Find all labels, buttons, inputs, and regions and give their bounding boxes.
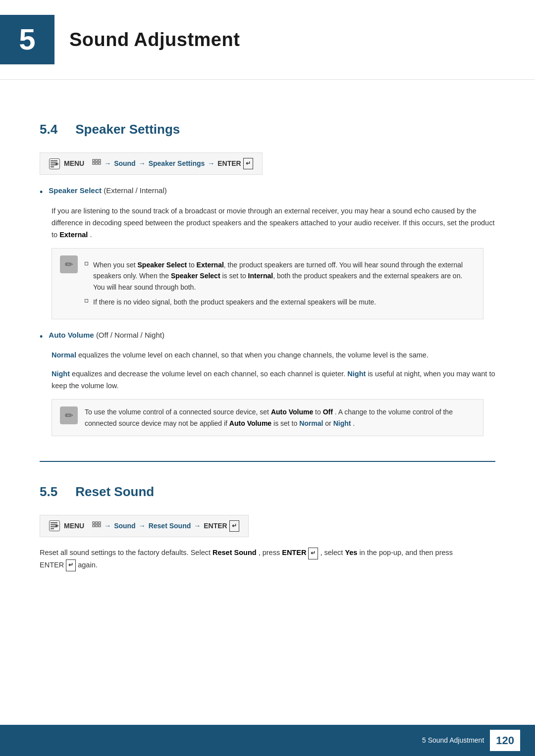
section-5-title: Reset Sound: [75, 484, 154, 499]
main-content: 5.4 Speaker Settings MENU: [0, 80, 535, 618]
chapter-number: 5: [0, 15, 54, 64]
nav-sound-5-5: Sound: [114, 520, 136, 531]
pencil-icon: ✏: [65, 256, 73, 272]
enter-icon-body-1: ↵: [308, 548, 318, 559]
svg-rect-11: [99, 162, 101, 164]
speaker-select-label: Speaker Select: [49, 186, 102, 195]
nav-arrow-3-5-4: →: [208, 158, 214, 169]
auto-volume-night-text: Night equalizes and decrease the volume …: [52, 368, 495, 392]
svg-rect-23: [99, 525, 101, 527]
svg-rect-21: [93, 525, 95, 527]
speaker-select-note-box: ✏ When you set Speaker Select to Externa…: [52, 248, 483, 319]
svg-rect-12: [51, 522, 57, 523]
section-4-number: 5.4: [40, 122, 57, 137]
svg-rect-8: [99, 159, 101, 161]
menu-grid-icon-5-5: [92, 520, 101, 531]
svg-rect-9: [93, 162, 95, 164]
sub-bullet-2: If there is no video signal, both the pr…: [85, 297, 475, 307]
speaker-select-note-content: When you set Speaker Select to External,…: [85, 255, 475, 312]
enter-icon-nav-5-4: ↵: [243, 158, 253, 169]
note-icon-speaker: ✏: [60, 255, 78, 273]
sub-bullet-1: When you set Speaker Select to External,…: [85, 259, 475, 293]
auto-volume-label: Auto Volume: [49, 331, 94, 339]
auto-volume-section: • Auto Volume (Off / Normal / Night) Nor…: [40, 329, 495, 436]
speaker-select-bullet: • Speaker Select (External / Internal): [40, 185, 495, 200]
auto-volume-options: (Off / Normal / Night): [96, 331, 164, 339]
sub-bullet-2-text: If there is no video signal, both the pr…: [93, 297, 376, 307]
section-5-number: 5.5: [40, 484, 57, 499]
auto-volume-bullet: • Auto Volume (Off / Normal / Night): [40, 329, 495, 344]
sub-bullet-1-text: When you set Speaker Select to External,…: [93, 259, 475, 293]
menu-label-5-4: MENU: [64, 158, 84, 169]
nav-sound-5-4: Sound: [114, 158, 136, 169]
section-divider: [40, 461, 495, 462]
speaker-select-body: If you are listening to the sound track …: [52, 205, 495, 241]
enter-icon-body-2: ↵: [66, 559, 76, 571]
nav-arrow-3-5-5: →: [194, 520, 201, 531]
menu-nav-5-5: MENU → Sound → Reset Sound → ENTER ↵: [40, 515, 249, 538]
note-icon-auto-volume: ✏: [60, 406, 78, 424]
pencil-icon-2: ✏: [65, 407, 73, 423]
footer: 5 Sound Adjustment 120: [0, 725, 535, 756]
auto-volume-note-content: To use the volume control of a connected…: [85, 406, 475, 429]
nav-enter-5-4: ENTER ↵: [217, 158, 253, 170]
svg-rect-15: [51, 528, 54, 529]
chapter-header: 5 Sound Adjustment: [0, 0, 535, 80]
speaker-select-sub-bullets: When you set Speaker Select to External,…: [85, 259, 475, 308]
menu-icon-5-4: [49, 158, 60, 169]
enter-icon-nav-5-5: ↵: [229, 520, 239, 532]
nav-arrow-1-5-5: →: [104, 520, 111, 531]
chapter-title: Sound Adjustment: [69, 25, 240, 55]
nav-arrow-2-5-4: →: [139, 158, 146, 169]
nav-arrow-1-5-4: →: [104, 158, 111, 169]
svg-rect-3: [51, 166, 54, 167]
bullet-dot-2: •: [40, 330, 43, 344]
svg-rect-6: [93, 159, 95, 161]
nav-reset-sound: Reset Sound: [149, 520, 191, 531]
sub-bullet-square-2: [85, 299, 88, 302]
menu-icon-5-5: [49, 520, 60, 531]
nav-enter-5-5: ENTER ↵: [204, 520, 239, 532]
menu-label-5-5: MENU: [64, 520, 84, 531]
bullet-dot-1: •: [40, 185, 43, 200]
footer-text: 5 Sound Adjustment: [422, 735, 484, 746]
svg-rect-10: [96, 162, 98, 164]
svg-rect-20: [99, 522, 101, 524]
nav-speaker-settings: Speaker Settings: [149, 158, 205, 169]
section-4-title: Speaker Settings: [75, 122, 180, 137]
section-5-heading: 5.5 Reset Sound: [40, 482, 495, 503]
menu-nav-5-4: MENU → Sound → Speaker Settings → ENTER …: [40, 152, 263, 175]
reset-sound-body: Reset all sound settings to the factory …: [40, 547, 495, 571]
nav-arrow-2-5-5: →: [139, 520, 146, 531]
svg-rect-18: [93, 522, 95, 524]
svg-rect-22: [96, 525, 98, 527]
svg-rect-7: [96, 159, 98, 161]
footer-page-number: 120: [490, 730, 520, 751]
menu-grid-icon-5-4: [92, 158, 101, 169]
auto-volume-normal-text: Normal equalizes the volume level on eac…: [52, 350, 495, 361]
auto-volume-note-box: ✏ To use the volume control of a connect…: [52, 399, 483, 436]
sub-bullet-square-1: [85, 262, 88, 265]
svg-rect-19: [96, 522, 98, 524]
speaker-select-options: (External / Internal): [104, 186, 167, 195]
auto-volume-label-line: Auto Volume (Off / Normal / Night): [49, 329, 164, 341]
section-4-heading: 5.4 Speaker Settings: [40, 119, 495, 140]
speaker-select-label-line: Speaker Select (External / Internal): [49, 185, 166, 197]
svg-rect-0: [51, 160, 57, 161]
speaker-select-section: • Speaker Select (External / Internal) I…: [40, 185, 495, 319]
